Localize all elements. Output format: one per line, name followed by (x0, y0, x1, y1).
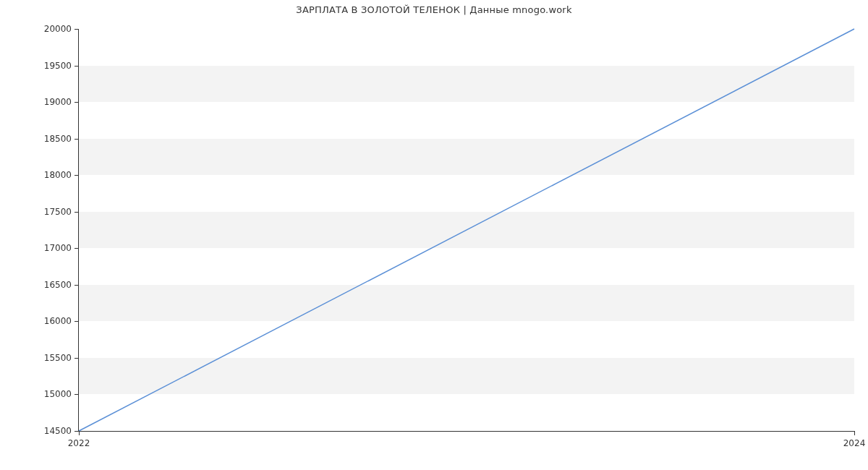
chart-container: ЗАРПЛАТА В ЗОЛОТОЙ ТЕЛЕНОК | Данные mnog… (0, 0, 868, 470)
y-tick-label: 20000 (44, 24, 79, 34)
y-tick-mark (75, 212, 79, 213)
y-tick-label: 19500 (44, 61, 79, 71)
y-tick-mark (75, 102, 79, 103)
y-tick-mark (75, 358, 79, 359)
plot-area: 1450015000155001600016500170001750018000… (78, 29, 854, 432)
y-tick-mark (75, 66, 79, 67)
x-tick-mark (854, 431, 855, 435)
y-tick-mark (75, 394, 79, 395)
chart-title: ЗАРПЛАТА В ЗОЛОТОЙ ТЕЛЕНОК | Данные mnog… (0, 4, 868, 15)
y-tick-label: 16500 (44, 280, 79, 290)
y-tick-label: 17000 (44, 243, 79, 253)
y-tick-label: 18000 (44, 170, 79, 180)
y-tick-label: 15500 (44, 353, 79, 363)
y-tick-label: 19000 (44, 97, 79, 107)
y-tick-mark (75, 29, 79, 30)
y-tick-mark (75, 175, 79, 176)
x-tick-mark (79, 431, 80, 435)
y-tick-label: 17500 (44, 207, 79, 217)
data-line (79, 29, 854, 431)
y-tick-label: 16000 (44, 316, 79, 326)
y-tick-mark (75, 248, 79, 249)
line-series (79, 29, 854, 431)
y-tick-label: 18500 (44, 134, 79, 144)
y-tick-mark (75, 285, 79, 286)
y-tick-label: 15000 (44, 389, 79, 399)
y-tick-mark (75, 139, 79, 140)
y-tick-mark (75, 321, 79, 322)
